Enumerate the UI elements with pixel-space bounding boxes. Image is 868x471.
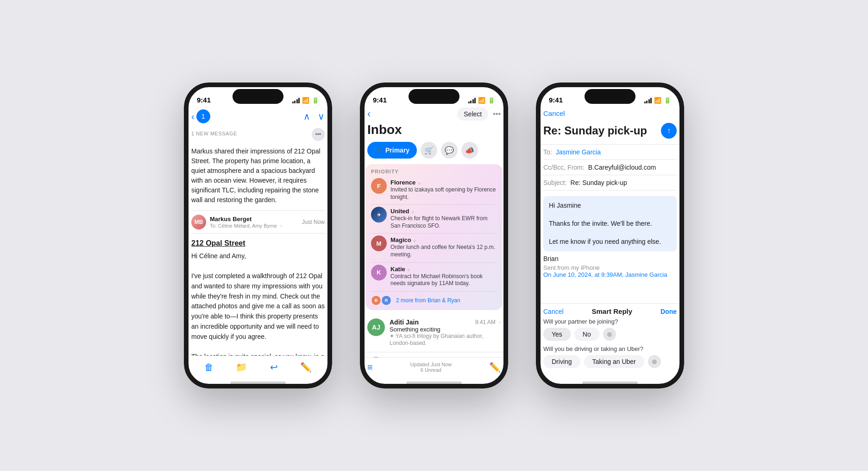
email-greeting: Hi Céline and Amy, I've just completed a… [191,251,325,356]
smart-question-1: Will your partner be joining? [543,318,677,325]
priority-item-united[interactable]: ✈ United ⬦ Check-in for flight to Newark… [371,207,497,229]
priority-header: PRIORITY [371,169,497,174]
katie-sender: Katie [390,266,405,273]
to-field-row: To: Jasmine Garcia [543,145,677,160]
driving-option[interactable]: Driving [543,355,580,368]
cc-field-row: Cc/Bcc, From: B.Careyful@icloud.com [543,160,677,175]
reply-original-quote: On June 10, 2024, at 9:39AM, Jasmine Gar… [543,271,677,278]
more-button[interactable]: ••• [493,110,501,118]
reply-sent-from: Sent from my iPhone [543,264,677,271]
tab-chat[interactable]: 💬 [441,142,458,159]
reply-body[interactable]: Hi Jasmine Thanks for the invite. We'll … [536,191,684,303]
smart-reply-done[interactable]: Done [660,308,677,315]
tab-promo[interactable]: 📣 [461,142,478,159]
phone2-battery-icon: 🔋 [488,97,495,104]
phone2-home-indicator [360,376,508,388]
more-options-icon: ••• [315,131,321,138]
phone2-back-button[interactable]: ‹ [367,108,371,120]
florence-sender: Florence [390,179,415,186]
bottom-toolbar: 🗑 📁 ↩ ✏️ [184,356,332,376]
nav-arrows: ∧ ∨ [303,111,325,122]
phone3-signal [644,98,652,103]
subject-field-row: Subject: Re: Sunday pick-up [543,175,677,191]
phone2-time: 9:41 [373,96,387,104]
phone2-nav-bar: ‹ Select ••• [360,108,508,122]
compose-subject: Re: Sunday pick-up [543,124,647,137]
phone2-status-icons: 📶 🔋 [468,97,496,104]
tab-shopping[interactable]: 🛒 [421,142,437,159]
florence-avatar: F [371,178,387,194]
dismiss-button-2[interactable]: ⊗ [648,355,661,368]
email-menu-button[interactable]: ••• [312,128,325,141]
list-item-aditi[interactable]: AJ Aditi Jain 9:41 AM › Something exciti… [360,314,508,352]
priority-divider-4 [371,291,497,292]
phone2-wifi-icon: 📶 [478,97,485,104]
phone1-wifi-icon: 📶 [302,97,309,104]
smart-reply-label: Smart Reply [592,307,633,315]
phone2-home-bar [406,382,462,384]
sender-to: To: Céline Mélard, Amy Byrne › [210,223,302,229]
no-option[interactable]: No [574,328,599,341]
priority-icon2: ⬦ [411,209,415,214]
phone1-signal [292,98,300,103]
sender-avatar: MB [191,215,206,229]
aditi-chevron: › [499,319,501,325]
reply-button[interactable]: ↩ [270,362,278,373]
inbox-title: Inbox [360,122,508,137]
tab-primary[interactable]: 👤 Primary [367,142,417,159]
subject-label: Subject: [543,179,567,186]
folder-button[interactable]: 📁 [236,362,247,373]
reply-greeting: Hi Jasmine [549,201,671,210]
phone3: 9:41 📶 🔋 Cancel Re: Sunday pick-up ↑ [536,83,684,388]
cancel-button[interactable]: Cancel [543,109,565,117]
down-arrow-button[interactable]: ∨ [318,111,325,122]
smart-reply-header: Cancel Smart Reply Done [543,307,677,315]
phone1-content: ‹ 1 ∧ ∨ 1 NEW MESSAGE ••• [184,108,332,388]
priority-item-magico[interactable]: M Magico ⬦ Order lunch and coffee for Ne… [371,236,497,258]
promo-icon: 📣 [465,146,474,155]
select-button[interactable]: Select [457,108,488,121]
yes-option[interactable]: Yes [543,328,571,341]
back-button[interactable]: ‹ 1 [191,109,210,123]
smart-reply-section: Cancel Smart Reply Done Will your partne… [536,303,684,376]
email-body-scroll: Markus shared their impressions of 212 O… [184,146,332,356]
aditi-subject: Something exciting [390,326,501,333]
aditi-preview: ✦ YA sci-fi trilogy by Ghanaian author, … [390,333,501,347]
more-from-row[interactable]: B R 2 more from Brian & Ryan [371,293,497,306]
smart-options-1: Yes No ⊗ [543,328,677,341]
message-count-badge[interactable]: 1 [196,109,210,123]
category-tabs: 👤 Primary 🛒 💬 📣 [360,142,508,159]
priority-item-florence[interactable]: F Florence ⬦ Invited to izakaya soft ope… [371,178,497,201]
dismiss-button-1[interactable]: ⊗ [603,328,616,341]
compose-icon[interactable]: ✏️ [489,362,501,373]
to-value[interactable]: Jasmine Garcia [556,148,601,156]
list-item-guillermo[interactable]: GC Guillermo Castillo 8:58 AM › Check-in… [360,352,508,357]
filter-icon[interactable]: ≡ [367,362,373,373]
chevron-right-icon: › [280,223,282,229]
trash-button[interactable]: 🗑 [204,362,214,373]
smart-reply-cancel[interactable]: Cancel [543,308,564,315]
magico-avatar: M [371,236,387,251]
send-arrow-icon: ↑ [667,127,671,135]
new-message-label: 1 NEW MESSAGE [191,131,237,136]
shopping-icon: 🛒 [424,146,434,155]
priority-item-katie[interactable]: K Katie ⬦ Contract for Michael Robinson'… [371,265,497,287]
email-preview-text: Markus shared their impressions of 212 O… [191,146,325,205]
send-button[interactable]: ↑ [661,123,677,139]
priority-divider-3 [371,262,497,263]
chat-icon: 💬 [445,146,454,155]
priority-icon: ⬦ [418,180,421,185]
phone3-dynamic-island [585,89,635,104]
phone2-dynamic-island [409,89,459,104]
phone2-content: ‹ Select ••• Inbox 👤 Primary 🛒 💬 [360,108,508,388]
phone1-nav-bar: ‹ 1 ∧ ∨ [184,108,332,127]
phone3-wifi-icon: 📶 [654,97,661,104]
compose-button[interactable]: ✏️ [300,362,312,373]
magico-preview: Order lunch and coffee for Neeta's 12 p.… [390,244,497,258]
smart-question-2: Will you be driving or taking an Uber? [543,345,677,352]
more-from-text: 2 more from Brian & Ryan [396,297,460,304]
uber-option[interactable]: Taking an Uber [584,355,644,368]
united-sender: United [390,208,409,215]
up-arrow-button[interactable]: ∧ [303,111,310,122]
dismiss-icon-1: ⊗ [607,331,612,338]
